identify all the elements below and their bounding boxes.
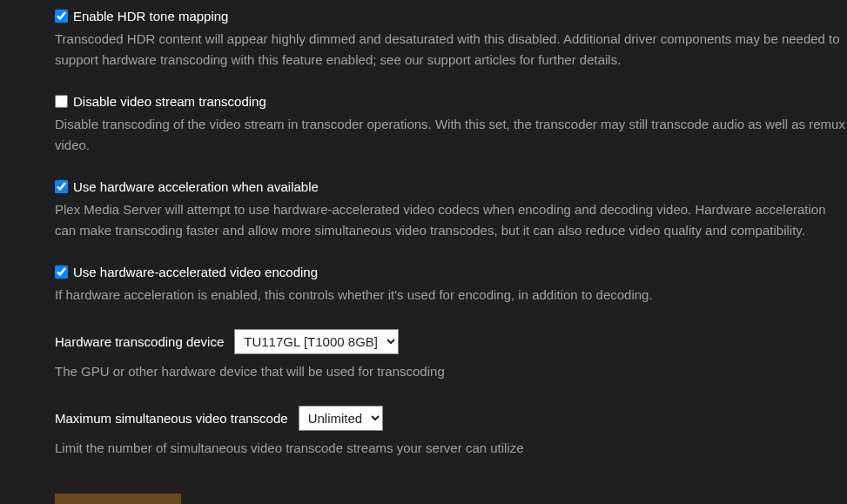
max-simultaneous-transcode-select[interactable]: Unlimited	[299, 406, 383, 431]
disable-video-stream-transcoding-description: Disable transcoding of the video stream …	[55, 114, 847, 156]
hdr-tone-mapping-checkbox[interactable]	[55, 10, 68, 23]
hardware-acceleration-label[interactable]: Use hardware acceleration when available	[73, 179, 319, 194]
settings-container: Enable HDR tone mapping Transcoded HDR c…	[0, 0, 847, 504]
setting-hardware-acceleration: Use hardware acceleration when available…	[55, 179, 847, 241]
hardware-accelerated-encoding-description: If hardware acceleration is enabled, thi…	[55, 285, 847, 306]
hardware-accelerated-encoding-label[interactable]: Use hardware-accelerated video encoding	[73, 265, 318, 279]
checkbox-row: Disable video stream transcoding	[55, 94, 847, 109]
hardware-acceleration-checkbox[interactable]	[55, 180, 68, 193]
checkbox-row: Use hardware acceleration when available	[55, 179, 847, 194]
hardware-accelerated-encoding-checkbox[interactable]	[55, 265, 68, 279]
setting-max-simultaneous-transcode: Maximum simultaneous video transcode Unl…	[55, 406, 847, 459]
hdr-tone-mapping-label[interactable]: Enable HDR tone mapping	[73, 9, 228, 24]
select-row: Hardware transcoding device TU117GL [T10…	[55, 329, 847, 354]
setting-hardware-accelerated-encoding: Use hardware-accelerated video encoding …	[55, 265, 847, 306]
transcoding-device-select[interactable]: TU117GL [T1000 8GB]	[234, 329, 399, 354]
transcoding-device-label: Hardware transcoding device	[55, 334, 224, 349]
disable-video-stream-transcoding-label[interactable]: Disable video stream transcoding	[73, 94, 266, 109]
checkbox-row: Use hardware-accelerated video encoding	[55, 265, 847, 279]
checkbox-row: Enable HDR tone mapping	[55, 9, 847, 24]
max-simultaneous-transcode-description: Limit the number of simultaneous video t…	[55, 438, 847, 459]
save-changes-button[interactable]: Save Changes	[55, 494, 181, 504]
select-row: Maximum simultaneous video transcode Unl…	[55, 406, 847, 431]
action-row: Save Changes Your changes have been save…	[55, 494, 847, 504]
transcoding-device-description: The GPU or other hardware device that wi…	[55, 361, 847, 382]
setting-disable-video-stream-transcoding: Disable video stream transcoding Disable…	[55, 94, 847, 156]
hardware-acceleration-description: Plex Media Server will attempt to use ha…	[55, 199, 847, 241]
max-simultaneous-transcode-label: Maximum simultaneous video transcode	[55, 411, 288, 426]
hdr-tone-mapping-description: Transcoded HDR content will appear highl…	[55, 29, 847, 71]
disable-video-stream-transcoding-checkbox[interactable]	[55, 95, 68, 108]
setting-transcoding-device: Hardware transcoding device TU117GL [T10…	[55, 329, 847, 382]
setting-hdr-tone-mapping: Enable HDR tone mapping Transcoded HDR c…	[55, 9, 847, 71]
